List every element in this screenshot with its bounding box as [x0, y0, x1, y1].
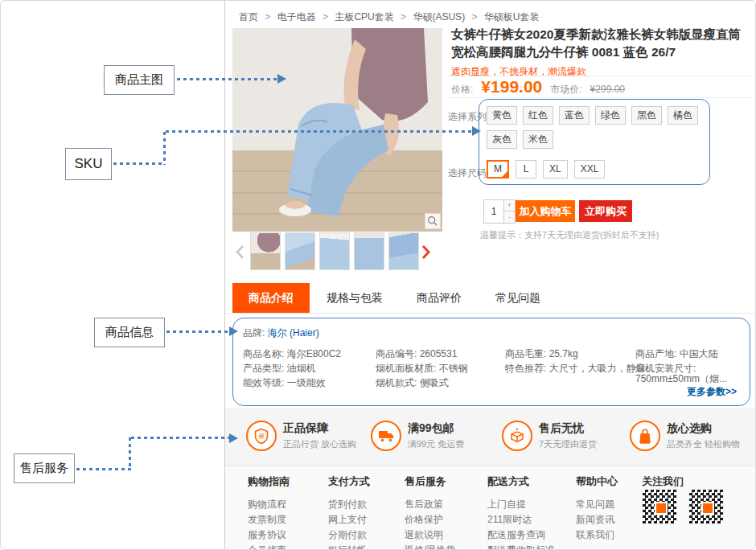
thumbnail-5[interactable] [388, 232, 419, 270]
add-to-cart-button[interactable]: 加入购物车 [516, 200, 575, 222]
service-title: 正品保障 [283, 421, 356, 436]
product-title: 女裤牛仔裤女2020夏季新款泫雅长裤女韩版显瘦直筒宽松高腰阔腿九分牛仔裤 008… [451, 26, 752, 61]
series-option-yellow[interactable]: 黄色 [487, 106, 517, 125]
magnifier-icon [427, 215, 438, 227]
shopping-bag-icon [630, 421, 660, 451]
service-item-worry-free: 放心选购 品类齐全 轻松购物 [630, 421, 740, 451]
footer-link[interactable]: 发票制度 [248, 512, 290, 527]
tab-faq[interactable]: 常见问题 [479, 283, 557, 313]
annotation-arrow-sku-seg3 [166, 130, 472, 133]
footer-link[interactable]: 网上支付 [328, 512, 370, 527]
series-option-beige[interactable]: 米色 [523, 130, 553, 149]
footer-link[interactable]: 分期付款 [328, 527, 370, 543]
service-title: 放心选购 [667, 421, 740, 436]
service-item-after-sales: 售后无忧 7天无理由退货 [502, 421, 597, 451]
thumbnail-strip [250, 232, 419, 270]
footer-column-help-center: 帮助中心 常见问题 新闻资讯 联系我们 [576, 474, 618, 543]
breadcrumb-separator: > [265, 11, 270, 23]
size-option-m-selected[interactable]: M [487, 160, 509, 179]
annotation-arrow-service-seg1 [76, 468, 131, 470]
more-params-link[interactable]: 更多参数>> [687, 385, 737, 399]
annotation-arrow-service-seg3 [131, 437, 229, 439]
info-item: 能效等级: 一级能效 [243, 378, 341, 388]
footer-link[interactable]: 返修/退换货 [405, 543, 455, 550]
quantity-input[interactable] [483, 199, 504, 224]
market-price-label: 市场价: [550, 83, 581, 96]
svg-text:保: 保 [258, 433, 265, 440]
footer-link[interactable]: 配送服务查询 [487, 527, 555, 543]
thumbnail-2[interactable] [285, 232, 315, 270]
thumbnail-4[interactable] [354, 232, 384, 270]
footer-link[interactable]: 货到付款 [328, 497, 370, 512]
stepper-buttons: + - [504, 199, 516, 224]
tab-reviews[interactable]: 商品评价 [400, 283, 479, 313]
footer-link[interactable]: 服务协议 [248, 527, 290, 543]
open-box-icon [502, 421, 532, 451]
service-item-free-shipping: 满99包邮 满99元 免运费 [371, 421, 464, 451]
notice-label: 温馨提示： [480, 230, 524, 240]
series-option-green[interactable]: 绿色 [595, 106, 626, 125]
info-item: 商品产地: 中国大陆 [635, 349, 750, 359]
footer-column-title: 关注我们 [642, 474, 684, 489]
annotation-label-sku-text: SKU [75, 156, 103, 172]
series-option-orange[interactable]: 橘色 [668, 106, 698, 125]
footer-column-after-sales: 售后服务 售后政策 价格保护 退款说明 返修/退换货 取消订单 [405, 474, 455, 550]
service-guarantee-band: 保 正品保障 正品行货 放心选购 满99包邮 满99元 免运费 [225, 408, 754, 466]
breadcrumb-home[interactable]: 首页 [239, 11, 258, 23]
qr-code-1 [642, 489, 677, 524]
footer-column-payment: 支付方式 货到付款 网上支付 分期付款 银行转帐 [328, 474, 370, 550]
market-price-value: ¥299.00 [590, 84, 625, 95]
quantity-increase-button[interactable]: + [504, 199, 516, 211]
chevron-left-icon [236, 244, 244, 260]
divider [448, 76, 752, 76]
thumbnails-prev-button[interactable] [236, 244, 244, 263]
series-option-black[interactable]: 黑色 [631, 106, 662, 125]
footer-link[interactable]: 联系我们 [576, 527, 618, 543]
footer-link[interactable]: 新闻资讯 [576, 512, 618, 527]
info-item: 烟机面板材质: 不锈钢 [376, 363, 468, 374]
divider [448, 97, 752, 98]
footer-link[interactable]: 会员优惠 [248, 543, 290, 550]
annotation-arrowhead-service [229, 433, 238, 443]
size-option-xl[interactable]: XL [543, 160, 568, 179]
annotation-label-main-image-text: 商品主图 [115, 72, 163, 88]
footer-link[interactable]: 211限时达 [487, 512, 555, 527]
info-column-2: 商品编号: 2605531 烟机面板材质: 不锈钢 烟机款式: 侧吸式 [376, 349, 468, 392]
footer-link[interactable]: 购物流程 [248, 497, 290, 512]
footer-link[interactable]: 配送费收取标准 [487, 543, 555, 550]
brand-label: 品牌: [243, 327, 265, 339]
thumbnail-3[interactable] [319, 232, 350, 270]
breadcrumb-brand[interactable]: 华硕(ASUS) [413, 11, 465, 23]
quantity-decrease-button[interactable]: - [504, 211, 516, 224]
size-option-l[interactable]: L [516, 160, 536, 179]
series-option-gray[interactable]: 灰色 [487, 130, 517, 149]
series-option-blue[interactable]: 蓝色 [559, 106, 590, 125]
footer-link[interactable]: 银行转帐 [328, 543, 370, 550]
info-column-3: 商品毛重: 25.7kg 特色推荐: 大尺寸，大吸力，静音... [505, 349, 654, 378]
shield-icon: 保 [246, 421, 277, 451]
breadcrumb-category-2[interactable]: 主板CPU套装 [335, 11, 393, 23]
service-subtitle: 7天无理由退货 [539, 438, 597, 450]
info-item: 商品毛重: 25.7kg [505, 349, 654, 359]
size-option-xxl[interactable]: XXL [574, 160, 606, 179]
qr-code-2 [688, 489, 724, 524]
image-zoom-button[interactable] [425, 213, 441, 229]
footer-column-title: 支付方式 [328, 474, 370, 489]
brand-row: 品牌: 海尔 (Haier) [243, 326, 319, 340]
tab-product-intro[interactable]: 商品介绍 [232, 283, 310, 313]
brand-link[interactable]: 海尔 (Haier) [268, 327, 319, 339]
chevron-right-icon [421, 244, 430, 260]
footer-link[interactable]: 上门自提 [487, 497, 555, 512]
footer-link[interactable]: 售后政策 [405, 497, 455, 512]
info-item: 烟机款式: 侧吸式 [376, 378, 468, 388]
thumbnail-1[interactable] [250, 232, 281, 270]
breadcrumb-separator: > [323, 11, 328, 23]
footer-link[interactable]: 价格保护 [405, 512, 455, 527]
footer-link[interactable]: 退款说明 [405, 527, 455, 543]
breadcrumb-category-1[interactable]: 电子电器 [277, 11, 316, 23]
thumbnails-next-button[interactable] [421, 244, 430, 263]
tab-specs-packaging[interactable]: 规格与包装 [310, 283, 400, 313]
series-option-red[interactable]: 红色 [523, 106, 553, 125]
buy-now-button[interactable]: 立即购买 [579, 200, 632, 222]
footer-link[interactable]: 常见问题 [576, 497, 618, 512]
